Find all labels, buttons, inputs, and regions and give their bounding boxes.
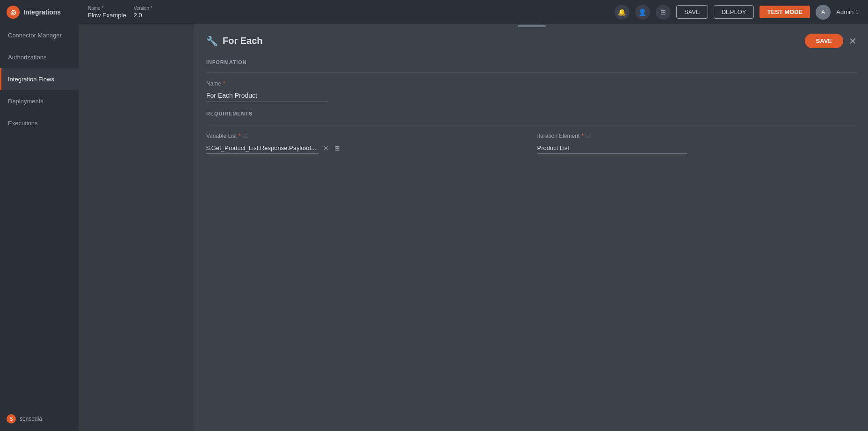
admin-label[interactable]: Admin 1	[836, 8, 859, 15]
variable-list-clear-button[interactable]: ✕	[322, 144, 330, 152]
save-button-top[interactable]: SAVE	[676, 5, 708, 19]
app-name: Integrations	[23, 8, 61, 16]
canvas-area: 1 🔧 For Each SAVE ✕ INFORMATION	[79, 24, 868, 431]
variable-list-expand-button[interactable]: ⊞	[333, 144, 341, 152]
iteration-element-input[interactable]	[537, 143, 687, 154]
notifications-icon[interactable]: 🔔	[615, 5, 629, 20]
sidebar-item-executions[interactable]: Executions	[0, 112, 79, 134]
iteration-element-info-icon: ⓘ	[586, 132, 591, 140]
modal-title-area: 🔧 For Each	[206, 36, 263, 47]
flow-version-value: 2.0	[134, 12, 152, 19]
modal-header-icon: 🔧	[206, 36, 218, 47]
name-required-indicator: *	[223, 80, 225, 87]
iteration-element-label: Iteration Element * ⓘ	[537, 132, 857, 140]
variable-list-input[interactable]	[206, 143, 318, 154]
requirements-section-label: REQUIREMENTS	[206, 111, 857, 116]
top-bar: Name * Flow Example Version * 2.0 🔔 👤 ⊞ …	[79, 0, 868, 24]
app-logo[interactable]: ◎ Integrations	[0, 0, 79, 24]
sidebar-item-integration-flows[interactable]: Integration Flows	[0, 68, 79, 90]
modal-header-actions: SAVE ✕	[805, 34, 857, 48]
iteration-element-group: Iteration Element * ⓘ	[537, 132, 857, 154]
modal-drag-bar[interactable]	[195, 24, 868, 28]
main-content: Name * Flow Example Version * 2.0 🔔 👤 ⊞ …	[79, 0, 868, 431]
modal-header: 🔧 For Each SAVE ✕	[195, 28, 868, 52]
information-divider	[206, 72, 857, 73]
deploy-button-top[interactable]: DEPLOY	[714, 5, 754, 19]
flow-name-field: Name * Flow Example	[88, 6, 126, 19]
sidebar-item-deployments[interactable]: Deployments	[0, 90, 79, 112]
close-button-modal[interactable]: ✕	[849, 36, 857, 46]
variable-list-group: Variable List * ⓘ ✕ ⊞	[206, 132, 526, 154]
sidebar-item-connector-manager[interactable]: Connector Manager	[0, 24, 79, 46]
flow-version-label: Version *	[134, 6, 152, 11]
requirements-divider	[206, 124, 857, 124]
flow-name-value: Flow Example	[88, 12, 126, 19]
sidebar: ◎ Integrations Connector Manager Authori…	[0, 0, 79, 431]
variable-list-field: ✕ ⊞	[206, 143, 526, 154]
sidebar-nav: Connector Manager Authorizations Integra…	[0, 24, 79, 407]
logo-icon: ◎	[7, 6, 20, 19]
variable-list-label: Variable List * ⓘ	[206, 132, 526, 140]
avatar[interactable]: A	[816, 5, 831, 20]
flow-version-field: Version * 2.0	[134, 6, 152, 19]
modal-body: INFORMATION Name * REQUIREMENTS	[195, 52, 868, 431]
iteration-element-required: *	[581, 133, 584, 139]
name-field-label: Name *	[206, 80, 857, 87]
information-section-label: INFORMATION	[206, 59, 857, 65]
variable-list-info-icon: ⓘ	[243, 132, 248, 140]
variable-list-required: *	[239, 133, 241, 139]
flow-name-label: Name *	[88, 6, 126, 11]
requirements-grid: Variable List * ⓘ ✕ ⊞ Iterati	[206, 132, 857, 163]
name-field-group: Name *	[206, 80, 857, 101]
modal-panel: 🔧 For Each SAVE ✕ INFORMATION Name *	[195, 24, 868, 431]
modal-title: For Each	[223, 36, 263, 46]
name-input[interactable]	[206, 90, 328, 101]
sidebar-item-authorizations[interactable]: Authorizations	[0, 46, 79, 68]
top-bar-right: 🔔 👤 ⊞ SAVE DEPLOY TEST MODE A Admin 1	[615, 5, 859, 20]
grid-icon[interactable]: ⊞	[656, 5, 671, 20]
top-bar-left: Name * Flow Example Version * 2.0	[88, 6, 152, 19]
test-mode-button[interactable]: TEST MODE	[760, 6, 810, 18]
drag-pill	[518, 25, 546, 27]
user-icon[interactable]: 👤	[635, 5, 650, 20]
footer-logo-icon: S	[7, 414, 16, 424]
save-button-modal[interactable]: SAVE	[805, 34, 843, 48]
sidebar-footer: S sensedia	[0, 407, 79, 431]
footer-brand: sensedia	[20, 416, 42, 422]
